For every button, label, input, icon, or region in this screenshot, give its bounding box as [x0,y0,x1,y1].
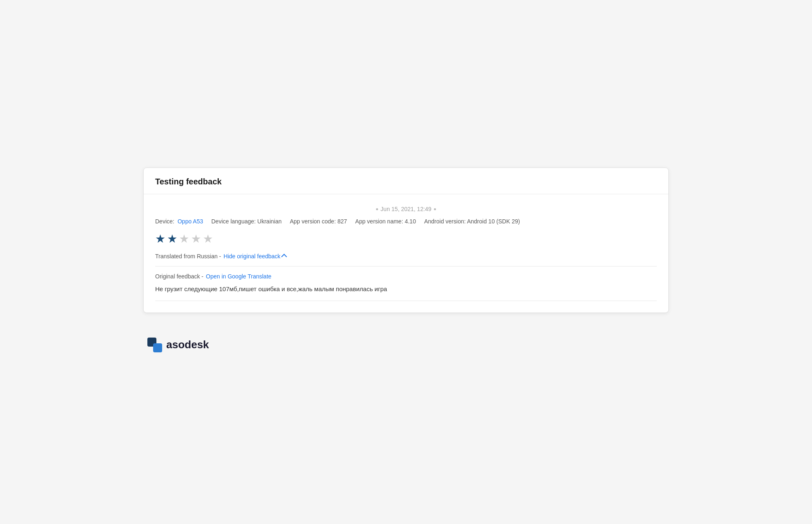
original-review-text: Не грузит следующие 107мб,пишет ошибка и… [155,285,657,294]
chevron-up-icon [281,254,287,260]
star-5: ★ [203,232,213,246]
android-version: Android version: Android 10 (SDK 29) [424,218,520,225]
star-4: ★ [191,232,201,246]
device-name-link[interactable]: Oppo A53 [177,218,203,225]
feedback-card-body: Jun 15, 2021, 12:49 Device: Oppo A53 Dev… [144,194,668,313]
review-date-row: Jun 15, 2021, 12:49 [155,206,657,212]
device-language: Device language: Ukrainian [211,218,282,225]
dot-right [434,208,436,210]
feedback-card: Testing feedback Jun 15, 2021, 12:49 Dev… [143,168,669,313]
star-3: ★ [179,232,189,246]
app-version-code: App version code: 827 [290,218,347,225]
page-wrapper: Testing feedback Jun 15, 2021, 12:49 Dev… [135,159,677,365]
asodesk-logo-icon [147,338,162,352]
svg-rect-1 [153,343,162,352]
original-feedback-label-row: Original feedback - Open in Google Trans… [155,273,657,280]
star-2: ★ [167,232,177,246]
dot-left [376,208,378,210]
hide-feedback-label: Hide original feedback [224,253,281,260]
footer-branding: asodesk [143,329,209,356]
device-label: Device: Oppo A53 [155,218,203,225]
app-version-name: App version name: 4.10 [355,218,416,225]
translation-row: Translated from Russian - Hide original … [155,253,657,267]
original-feedback-section: Original feedback - Open in Google Trans… [155,267,657,294]
review-date: Jun 15, 2021, 12:49 [381,206,431,212]
translation-prefix: Translated from Russian - [155,253,221,260]
hide-original-feedback-link[interactable]: Hide original feedback [224,253,287,260]
stars-rating: ★ ★ ★ ★ ★ [155,232,657,246]
feedback-card-header: Testing feedback [144,168,668,194]
bottom-divider [155,301,657,301]
asodesk-brand-name: asodesk [166,338,209,351]
original-feedback-prefix: Original feedback - [155,273,204,280]
open-in-google-translate-link[interactable]: Open in Google Translate [206,273,272,280]
star-1: ★ [155,232,165,246]
feedback-card-title: Testing feedback [155,177,657,186]
device-info-row: Device: Oppo A53 Device language: Ukrain… [155,218,657,225]
